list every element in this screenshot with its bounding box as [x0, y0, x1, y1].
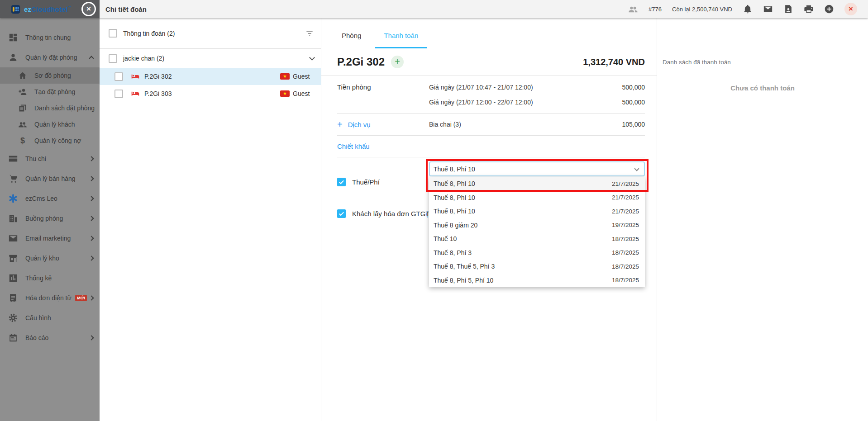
add-service-link[interactable]: +Dịch vụ [337, 119, 429, 130]
option-name: Thuế 8 giảm 20 [434, 222, 477, 229]
sidebar-item-hoa-don-dien-tu[interactable]: Hóa đơn điện tử MỚI [0, 288, 100, 308]
sidebar-item-bao-cao[interactable]: Báo cáo [0, 328, 100, 348]
logo-brand: Cloudhotel [31, 5, 67, 13]
sidebar-item-danh-sach-dat-phong[interactable]: Danh sách đặt phòng [0, 100, 100, 116]
sidebar-item-so-do-phong[interactable]: Sơ đồ phòng [0, 67, 100, 84]
sidebar-item-quan-ly-khach[interactable]: Quản lý khách [0, 116, 100, 132]
people-icon [18, 120, 27, 129]
sidebar-item-quan-ly-kho[interactable]: Quản lý kho [0, 248, 100, 268]
chevron-right-icon [89, 196, 94, 201]
cart-icon [8, 174, 18, 184]
service-line: Bia chai (3) 105,000 [429, 117, 645, 132]
sidebar-item-ezcms-leo[interactable]: ezCms Leo [0, 189, 100, 208]
chevron-down-icon[interactable] [309, 55, 315, 61]
gear-icon [8, 313, 18, 323]
chevron-right-icon [89, 216, 94, 221]
group-checkbox[interactable] [109, 54, 117, 63]
filter-icon[interactable] [305, 29, 314, 38]
room-checkbox[interactable] [114, 72, 123, 81]
option-name: Thuế 8, Thuế 5, Phí 3 [434, 263, 495, 270]
charge-amount: 500,000 [622, 84, 645, 91]
sidebar-item-quan-ly-dat-phong[interactable]: Quản lý đặt phòng [0, 47, 100, 67]
tax-label: Thuế/Phí [352, 178, 380, 186]
building-icon [8, 213, 18, 223]
sidebar-item-label: Quản lý bán hàng [25, 175, 90, 182]
add-circle-icon[interactable] [824, 4, 834, 14]
room-charge-label: Tiền phòng [337, 80, 429, 113]
print-icon[interactable] [804, 4, 814, 14]
sidebar-item-tao-dat-phong[interactable]: Tạo đặt phòng [0, 84, 100, 100]
option-name: Thuế 8, Phí 10 [434, 180, 475, 187]
modal-close-circle-button[interactable]: × [81, 2, 96, 16]
option-date: 19/7/2025 [612, 222, 639, 228]
invoice-icon [8, 293, 18, 303]
booking-group-row[interactable]: jackie chan (2) [100, 49, 321, 68]
tax-checkbox[interactable] [337, 178, 346, 186]
bed-icon [131, 89, 140, 98]
sidebar-item-cau-hinh[interactable]: Cấu hình [0, 308, 100, 328]
balance-remaining: Còn lại 2,500,740 VND [672, 6, 732, 13]
contact-card-icon[interactable] [783, 4, 793, 14]
sidebar-item-thong-ke[interactable]: Thống kê [0, 268, 100, 288]
guest-name: Guest [293, 90, 312, 97]
chevron-right-icon [89, 236, 94, 241]
chevron-right-icon [89, 295, 94, 300]
ezcloudhotel-logo-icon [11, 5, 20, 14]
room-row-302[interactable]: P.2Gi 302 ★ Guest [100, 68, 321, 85]
tax-option[interactable]: Thuế 8, Thuế 5, Phí 318/7/2025 [429, 260, 645, 274]
discount-link[interactable]: Chiết khấu [337, 142, 370, 150]
tab-phong[interactable]: Phòng [333, 18, 370, 48]
dashboard-icon [8, 33, 18, 43]
notifications-bell-icon[interactable] [743, 4, 753, 14]
sidebar-item-thong-tin-chung[interactable]: Thông tin chung [0, 28, 100, 47]
person-icon [8, 52, 18, 62]
person-add-icon [18, 87, 27, 96]
room-name: P.2Gi 302 [144, 73, 172, 80]
room-detail-panel: Phòng Thanh toán P.2Gi 302 + 1,312,740 V… [321, 18, 657, 421]
sidebar-nav: Thông tin chung Quản lý đặt phòng Sơ đồ … [0, 18, 100, 421]
tax-option[interactable]: Thuế 8, Phí 1021/7/2025 [429, 191, 645, 205]
vat-checkbox[interactable] [337, 209, 346, 218]
vat-label-cell: Khách lấy hóa đơn GTGT [337, 209, 430, 218]
chevron-right-icon [89, 335, 94, 340]
select-all-checkbox[interactable] [109, 29, 117, 38]
add-room-button[interactable]: + [391, 56, 404, 68]
room-checkbox[interactable] [114, 90, 123, 98]
total-amount: 1,312,740 VND [583, 57, 645, 67]
service-label-cell: +Dịch vụ [337, 119, 429, 130]
sidebar-item-buong-phong[interactable]: Buồng phòng [0, 208, 100, 228]
sidebar-item-thu-chi[interactable]: Thu chi [0, 149, 100, 169]
card-icon [8, 154, 18, 164]
sidebar-item-label: Cấu hình [25, 314, 95, 322]
option-date: 21/7/2025 [612, 194, 639, 201]
tax-option[interactable]: Thuế 8, Phí 318/7/2025 [429, 246, 645, 260]
tax-options-dropdown: Thuế 8, Phí 1021/7/2025 Thuế 8, Phí 1021… [429, 177, 645, 287]
tab-thanh-toan[interactable]: Thanh toán [375, 18, 427, 48]
booking-list-icon [18, 104, 27, 113]
vietnam-flag-icon: ★ [280, 73, 290, 80]
sidebar-item-email-marketing[interactable]: Email marketing [0, 228, 100, 248]
sidebar-item-label: Thống kê [25, 274, 95, 282]
logo-ez: ez [24, 5, 31, 13]
tax-option[interactable]: Thuế 8, Phí 1021/7/2025 [429, 204, 645, 218]
tax-select[interactable]: Thuế 8, Phí 10 [429, 161, 645, 176]
booking-ref: #776 [649, 6, 662, 13]
mail-icon[interactable] [763, 4, 773, 14]
detail-tabs: Phòng Thanh toán [321, 18, 657, 48]
charge-desc: Giá ngày (21/07 10:47 - 21/07 12:00) [429, 84, 533, 91]
room-row-303[interactable]: P.2Gi 303 ★ Guest [100, 85, 321, 102]
guests-icon [628, 4, 638, 14]
room-charge-row: Tiền phòng Giá ngày (21/07 10:47 - 21/07… [337, 76, 645, 114]
guest-name: Guest [293, 73, 312, 80]
sidebar-item-label: Sơ đồ phòng [34, 72, 95, 79]
room-title: P.2Gi 302 [337, 56, 385, 68]
close-button[interactable]: × [844, 3, 857, 15]
sidebar-item-quan-ly-cong-no[interactable]: $ Quản lý công nợ [0, 132, 100, 149]
tax-option[interactable]: Thuế 1018/7/2025 [429, 232, 645, 246]
tax-option[interactable]: Thuế 8 giảm 2019/7/2025 [429, 218, 645, 232]
sidebar-item-quan-ly-ban-hang[interactable]: Quản lý bán hàng [0, 169, 100, 189]
group-name: jackie chan (2) [123, 55, 164, 62]
tax-option[interactable]: Thuế 8, Phí 1021/7/2025 [429, 177, 645, 191]
tax-option[interactable]: Thuế 8, Phí 5, Phí 1018/7/2025 [429, 274, 645, 288]
logo-tm: ™ [68, 5, 72, 9]
